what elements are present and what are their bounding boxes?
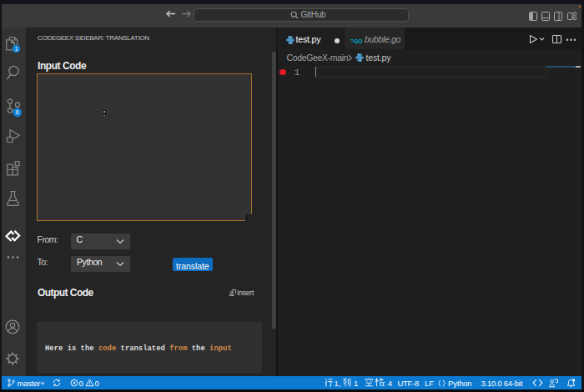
svg-text:6: 6: [16, 109, 19, 115]
svg-text:1,: 1,: [335, 379, 341, 388]
svg-text:1: 1: [15, 46, 18, 52]
svg-text:GO: GO: [353, 38, 362, 44]
